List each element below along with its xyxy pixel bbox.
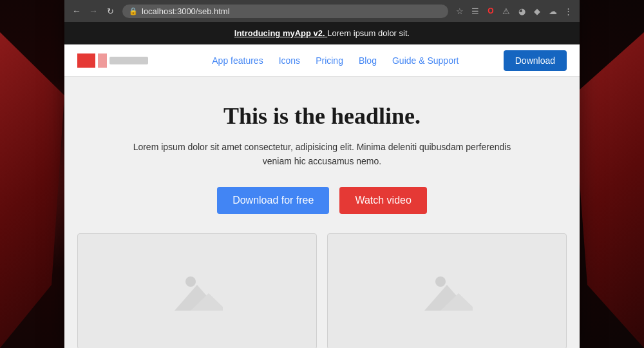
url-text: localhost:3000/seb.html [142, 6, 442, 16]
logo-pink-block [98, 53, 107, 68]
nav-guide-support[interactable]: Guide & Support [392, 55, 459, 66]
svg-point-3 [435, 276, 446, 287]
announcement-text: Lorem ipsum dolor sit. [327, 28, 410, 38]
lock-icon: 🔒 [129, 7, 138, 15]
announcement-bar: Introducing myApp v2. Lorem ipsum dolor … [64, 22, 580, 44]
nav-pricing[interactable]: Pricing [316, 55, 343, 66]
reload-button[interactable]: ↻ [103, 4, 117, 18]
opera-icon[interactable]: O [484, 5, 497, 17]
nav-links: App features Icons Pricing Blog Guide & … [167, 55, 504, 66]
placeholder-icon-2 [421, 269, 473, 314]
menu-icon[interactable]: ⋮ [562, 5, 574, 17]
nav-icons[interactable]: Icons [279, 55, 300, 66]
vpn-icon[interactable]: ◕ [515, 5, 528, 17]
hero-buttons: Download for free Watch video [129, 187, 515, 214]
wallet-icon[interactable]: ◆ [531, 5, 544, 17]
browser-extension-icons: ☆ ☰ O ⚠ ◕ ◆ ☁ ⋮ [453, 5, 574, 17]
page-content: This is the headline. Lorem ipsum dolor … [64, 77, 580, 348]
image-placeholder-2 [327, 233, 567, 348]
hero-section: This is the headline. Lorem ipsum dolor … [129, 102, 515, 214]
download-free-button[interactable]: Download for free [217, 187, 329, 214]
nav-app-features[interactable]: App features [212, 55, 263, 66]
back-button[interactable]: ← [70, 4, 84, 18]
forward-button[interactable]: → [86, 4, 100, 18]
logo-text-placeholder [109, 57, 148, 64]
browser-window: ← → ↻ 🔒 localhost:3000/seb.html ☆ ☰ O ⚠ … [64, 0, 580, 348]
main-navbar: App features Icons Pricing Blog Guide & … [64, 44, 580, 77]
star-icon[interactable]: ☆ [453, 5, 466, 17]
hero-subtext: Lorem ipsum dolor sit amet consectetur, … [129, 140, 515, 169]
hero-headline: This is the headline. [129, 102, 515, 130]
placeholder-icon-1 [171, 269, 223, 314]
image-row [77, 233, 567, 348]
layers-icon[interactable]: ☰ [469, 5, 482, 17]
svg-point-0 [185, 276, 196, 287]
address-bar[interactable]: 🔒 localhost:3000/seb.html [122, 5, 448, 18]
announcement-bold: Introducing myApp v2. [234, 28, 325, 38]
shield-icon[interactable]: ⚠ [500, 5, 513, 17]
browser-toolbar: ← → ↻ 🔒 localhost:3000/seb.html ☆ ☰ O ⚠ … [64, 0, 580, 22]
nav-blog[interactable]: Blog [359, 55, 377, 66]
nav-download-button[interactable]: Download [504, 50, 567, 71]
browser-controls: ← → ↻ [70, 4, 117, 18]
announcement-link[interactable]: Introducing myApp v2. [234, 28, 327, 38]
cloud-icon[interactable]: ☁ [546, 5, 559, 17]
watch-video-button[interactable]: Watch video [339, 187, 426, 214]
logo [77, 53, 148, 68]
logo-red-block [77, 53, 95, 68]
image-placeholder-1 [77, 233, 317, 348]
